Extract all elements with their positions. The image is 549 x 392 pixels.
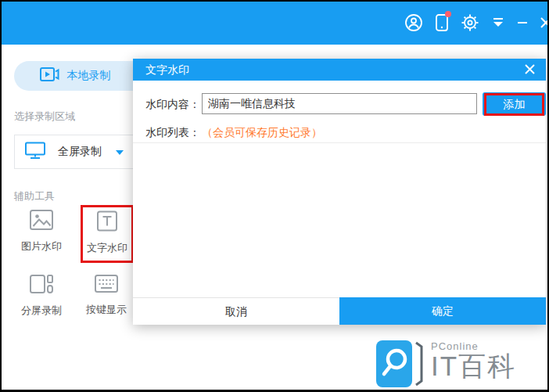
text-watermark-dialog: 文字水印 水印内容： 添加 水印列表： （会员可保存历史记录） 取消 确定: [133, 59, 546, 325]
tool-key-display[interactable]: 按键显示: [81, 274, 132, 317]
local-record-label: 本地录制: [67, 69, 111, 83]
keyboard-display-icon: [95, 274, 118, 297]
logo-site-name: IT百科: [431, 352, 516, 381]
screenshot-frame: 本地录制 选择录制区域 全屏录制 辅助工具: [0, 0, 549, 392]
minimize-icon[interactable]: [517, 17, 528, 28]
site-watermark-logo: PConline IT百科: [376, 340, 516, 390]
tool-label: 文字水印: [87, 241, 127, 255]
notification-badge: [445, 11, 451, 17]
watermark-content-label: 水印内容：: [145, 98, 200, 112]
tool-image-watermark[interactable]: 图片水印: [16, 210, 67, 254]
region-dropdown-value: 全屏录制: [58, 145, 102, 159]
tool-label: 按键显示: [86, 303, 127, 317]
confirm-button[interactable]: 确定: [339, 297, 546, 325]
watermark-list-note: （会员可保存历史记录）: [202, 126, 322, 140]
dialog-close-icon[interactable]: [524, 63, 536, 78]
dialog-divider: [133, 142, 546, 143]
logo-text-block: PConline IT百科: [431, 340, 516, 381]
collapse-arrow-icon[interactable]: [491, 17, 505, 28]
chevron-down-icon: [116, 150, 124, 155]
window-titlebar: [2, 2, 547, 45]
text-watermark-icon: [96, 210, 118, 235]
image-watermark-icon: [30, 210, 53, 233]
split-screen-icon: [30, 274, 53, 297]
record-region-dropdown[interactable]: 全屏录制: [14, 135, 135, 169]
add-button[interactable]: 添加: [483, 92, 546, 116]
bracket-icon: [414, 340, 425, 390]
user-icon[interactable]: [404, 13, 423, 32]
app-window: 本地录制 选择录制区域 全屏录制 辅助工具: [2, 2, 547, 390]
tool-text-watermark-highlighted[interactable]: 文字水印: [81, 205, 134, 263]
dialog-title: 文字水印: [145, 63, 189, 77]
region-section-label: 选择录制区域: [14, 110, 75, 124]
watermark-list-label: 水印列表：: [145, 126, 200, 140]
local-record-tab[interactable]: 本地录制: [14, 61, 136, 91]
tool-split-screen-record[interactable]: 分屏录制: [16, 274, 67, 318]
tool-label: 分屏录制: [21, 304, 62, 318]
magnifier-book-icon: [376, 340, 414, 390]
phone-notification-icon[interactable]: [435, 13, 449, 32]
watermark-content-input[interactable]: [202, 93, 477, 114]
titlebar-icon-row: [404, 13, 547, 32]
tool-label: 图片水印: [21, 239, 62, 254]
dialog-titlebar: 文字水印: [133, 59, 546, 81]
close-icon[interactable]: [540, 16, 547, 29]
dialog-footer: 取消 确定: [133, 297, 546, 325]
tools-section-label: 辅助工具: [14, 189, 55, 203]
cancel-button[interactable]: 取消: [133, 297, 339, 325]
monitor-icon: [25, 142, 45, 163]
video-camera-icon: [40, 67, 59, 85]
settings-gear-icon[interactable]: [461, 13, 479, 32]
